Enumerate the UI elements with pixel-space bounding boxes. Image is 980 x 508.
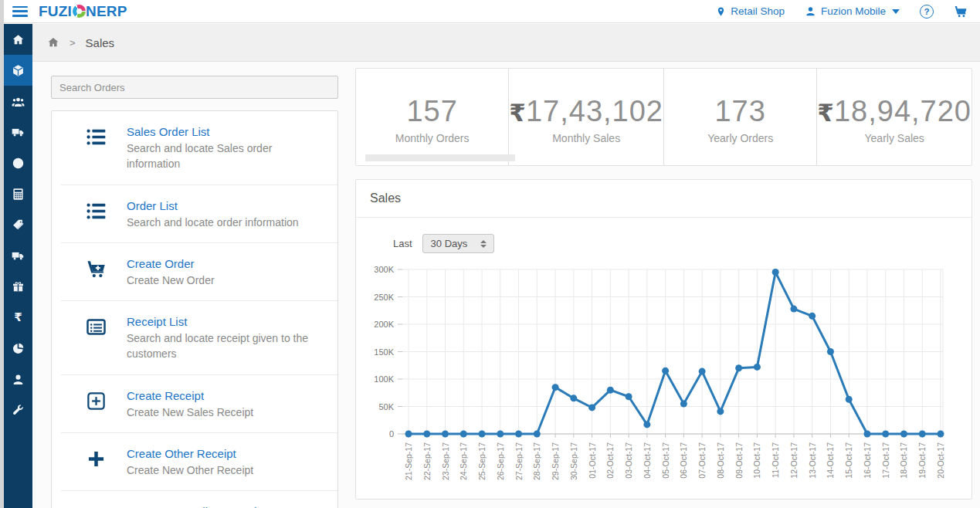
sidebar-item-reports[interactable] — [4, 333, 32, 364]
sidebar-item-pricing[interactable] — [4, 209, 32, 240]
menu-description: Search and locate order information — [127, 215, 299, 230]
chart-data-point[interactable] — [863, 431, 870, 438]
sidebar-item-shipping[interactable] — [4, 240, 32, 271]
menu-link[interactable]: Create Receipt — [127, 388, 204, 404]
plus-square-icon — [83, 391, 109, 411]
sales-series-line — [409, 273, 941, 434]
menu-link[interactable]: Receipt List — [127, 313, 187, 330]
cube-icon — [12, 64, 25, 77]
cart-button[interactable] — [954, 5, 968, 19]
chart-data-point[interactable] — [570, 395, 577, 401]
menu-item-sales-order-list: Sales Order List Search and locate Sales… — [61, 111, 337, 185]
shop-name: Retail Shop — [731, 5, 785, 17]
home-icon[interactable] — [47, 36, 59, 49]
chart-data-point[interactable] — [515, 431, 522, 438]
truck-icon — [12, 126, 25, 139]
sidebar-item-account[interactable] — [4, 364, 32, 395]
menu-link[interactable]: Sales Order List — [127, 124, 210, 140]
list-icon — [83, 201, 109, 222]
sidebar-item-web[interactable] — [4, 147, 32, 178]
x-axis-label: 12-Oct-17 — [789, 442, 799, 479]
sidebar-item-products[interactable] — [4, 55, 32, 86]
chart-data-point[interactable] — [827, 348, 834, 355]
truck-icon — [12, 249, 25, 262]
chart-data-point[interactable] — [479, 431, 486, 438]
chart-data-point[interactable] — [662, 367, 669, 374]
stat-value: 157 — [406, 95, 457, 127]
kpi-stats-panel: 157 Monthly Orders ₹17,43,102 Monthly Sa… — [355, 68, 972, 166]
chart-data-point[interactable] — [919, 431, 926, 438]
stat-label: Yearly Sales — [865, 132, 924, 144]
sidebar-nav: ₹ — [4, 24, 32, 508]
chart-data-point[interactable] — [405, 431, 412, 438]
chart-data-point[interactable] — [790, 306, 797, 313]
horizontal-scrollbar-thumb[interactable] — [365, 154, 515, 161]
chart-data-point[interactable] — [680, 400, 687, 407]
stat-monthly-orders: 157 Monthly Orders — [356, 69, 508, 165]
sidebar-item-home[interactable] — [4, 24, 32, 55]
x-axis-label: 14-Oct-17 — [826, 442, 835, 479]
hamburger-menu-button[interactable] — [12, 6, 28, 17]
chart-data-point[interactable] — [607, 387, 614, 394]
help-icon: ? — [920, 5, 934, 19]
shop-selector[interactable]: Retail Shop — [716, 5, 785, 18]
x-axis-label: 25-Sep-17 — [477, 442, 487, 480]
date-range-value: 30 Days — [431, 238, 468, 249]
sidebar-item-promotions[interactable] — [4, 271, 32, 302]
plus-icon — [83, 449, 109, 469]
menu-item-receipt-list: Receipt List Search and locate receipt g… — [61, 300, 337, 374]
chart-data-point[interactable] — [442, 431, 449, 438]
user-icon — [805, 5, 816, 17]
search-input[interactable] — [51, 76, 338, 99]
app-window: FUZI NERP Retail Shop Fuzion Mobile ? — [0, 0, 980, 508]
menu-item-create-receipt: Create Receipt Create New Sales Receipt — [61, 374, 337, 432]
chart-data-point[interactable] — [938, 431, 944, 438]
sidebar-item-customers[interactable] — [4, 86, 32, 117]
chart-data-point[interactable] — [699, 368, 706, 375]
chart-data-point[interactable] — [643, 421, 650, 428]
chart-data-point[interactable] — [588, 404, 595, 411]
date-range-select[interactable]: 30 Days — [422, 234, 495, 253]
y-axis-label: 300K — [374, 265, 394, 274]
menu-link[interactable]: Create Other Receipt — [127, 445, 236, 462]
home-icon — [12, 33, 25, 46]
x-axis-label: 22-Sep-17 — [422, 442, 432, 480]
wrench-icon — [12, 404, 25, 417]
x-axis-label: 04-Oct-17 — [643, 442, 652, 479]
menu-item-create-order: Create Order Create New Order — [61, 242, 337, 300]
chart-data-point[interactable] — [534, 431, 541, 438]
chart-data-point[interactable] — [735, 364, 742, 371]
chart-data-point[interactable] — [423, 431, 430, 438]
x-axis-label: 28-Sep-17 — [532, 442, 541, 480]
user-menu[interactable]: Fuzion Mobile — [805, 5, 900, 17]
menu-link[interactable]: Order List — [127, 198, 178, 214]
y-axis-label: 0 — [389, 429, 394, 439]
chart-data-point[interactable] — [460, 431, 467, 438]
menu-link[interactable]: Create Order — [127, 256, 195, 272]
chart-data-point[interactable] — [497, 431, 504, 438]
sidebar-item-settings[interactable] — [4, 395, 32, 425]
chart-data-point[interactable] — [754, 364, 761, 371]
x-axis-label: 02-Oct-17 — [605, 442, 615, 479]
rupee-icon: ₹ — [14, 310, 22, 324]
chart-data-point[interactable] — [626, 393, 632, 400]
shopping-cart-icon — [954, 5, 968, 19]
x-axis-label: 08-Oct-17 — [716, 442, 725, 479]
app-logo[interactable]: FUZI NERP — [39, 3, 127, 20]
chart-data-point[interactable] — [717, 408, 724, 415]
menu-link[interactable]: Customer Credit Notes List — [127, 503, 266, 508]
chart-data-point[interactable] — [772, 269, 779, 276]
chart-data-point[interactable] — [552, 384, 559, 391]
chart-data-point[interactable] — [846, 396, 853, 403]
help-button[interactable]: ? — [920, 5, 934, 19]
chart-data-point[interactable] — [809, 313, 816, 320]
panel-title: Sales — [356, 180, 972, 218]
y-axis-label: 200K — [374, 320, 394, 329]
list-icon — [83, 127, 109, 147]
logo-text-prefix: FUZI — [39, 3, 72, 20]
sidebar-item-accounting[interactable] — [4, 178, 32, 209]
sidebar-item-delivery[interactable] — [4, 117, 32, 147]
sidebar-item-payments[interactable]: ₹ — [4, 302, 32, 333]
chart-data-point[interactable] — [882, 431, 889, 438]
chart-data-point[interactable] — [900, 431, 907, 438]
